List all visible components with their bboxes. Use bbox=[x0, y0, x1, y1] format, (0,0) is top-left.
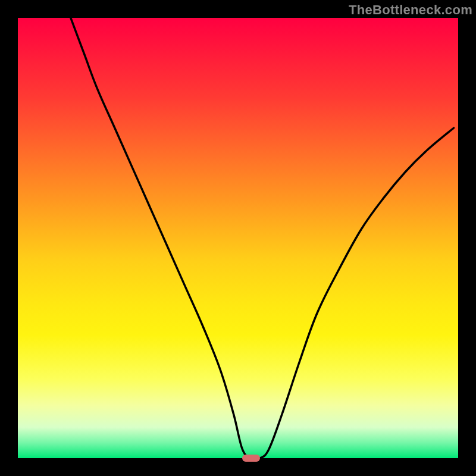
bottleneck-curve bbox=[18, 18, 458, 458]
plot-area bbox=[18, 18, 458, 458]
optimal-marker bbox=[242, 455, 260, 462]
watermark-label: TheBottleneck.com bbox=[349, 2, 472, 18]
chart-frame: TheBottleneck.com bbox=[0, 0, 476, 476]
